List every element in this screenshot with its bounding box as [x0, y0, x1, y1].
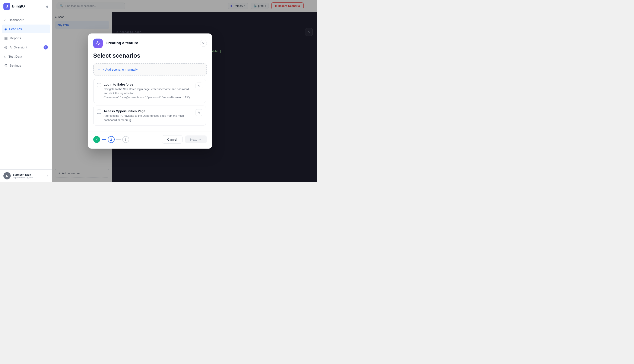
plus-icon: + — [98, 67, 100, 72]
sidebar-item-settings[interactable]: ⚙ Settings — [2, 61, 50, 70]
sidebar-item-label: Dashboard — [9, 18, 24, 22]
ai-oversight-badge: 1 — [44, 45, 48, 50]
modal-title: Creating a feature — [106, 41, 138, 46]
next-label: Next — [190, 138, 197, 141]
modal-footer: ✓ 2 3 Cancel Next → — [88, 132, 212, 149]
step-3: 3 — [122, 136, 129, 143]
next-button[interactable]: Next → — [185, 136, 207, 144]
features-icon: ◈ — [4, 27, 7, 31]
cancel-button[interactable]: Cancel — [162, 135, 183, 144]
modal-icon — [93, 38, 103, 48]
avatar: S — [4, 172, 11, 180]
scenario-content-opportunities: Access Opportunities Page After logging … — [104, 109, 193, 122]
user-info: Sapnesh Naik sapnesh.naik@blin... — [13, 173, 43, 179]
logout-button[interactable]: → — [45, 174, 49, 178]
scenario-content-login: Login to Salesforce Navigate to the Sale… — [104, 82, 193, 100]
scenario-name-login: Login to Salesforce — [104, 82, 193, 86]
scenario-name-opportunities: Access Opportunities Page — [104, 109, 193, 113]
sidebar-footer: S Sapnesh Naik sapnesh.naik@blin... → — [0, 170, 52, 182]
user-email: sapnesh.naik@blin... — [13, 176, 43, 179]
ai-oversight-icon: ◎ — [4, 45, 8, 50]
modal-body: Select scenarios + + Add scenario manual… — [88, 48, 212, 130]
logo-icon: B — [4, 3, 10, 10]
sidebar-header: B BlinqIO ◀ — [0, 0, 52, 13]
sidebar-logo: B BlinqIO — [4, 3, 25, 10]
step-1: ✓ — [93, 136, 100, 143]
step-connector-2 — [116, 139, 121, 140]
modal-actions: Cancel Next → — [162, 135, 207, 144]
sidebar: B BlinqIO ◀ ⌂ Dashboard ◈ Features ▤ Rep… — [0, 0, 52, 182]
reports-icon: ▤ — [4, 36, 8, 40]
scenario-desc-opportunities: After logging in, navigate to the Opport… — [104, 114, 193, 122]
sidebar-item-ai-oversight[interactable]: ◎ AI Oversight 1 — [2, 43, 50, 52]
sidebar-nav: ⌂ Dashboard ◈ Features ▤ Reports ◎ AI Ov… — [0, 13, 52, 170]
sidebar-item-label: Reports — [10, 36, 21, 40]
sidebar-item-reports[interactable]: ▤ Reports — [2, 34, 50, 42]
step-indicators: ✓ 2 3 — [93, 136, 129, 143]
test-data-icon: ⌕ — [4, 54, 7, 58]
add-scenario-manually-button[interactable]: + + Add scenario manually — [93, 63, 207, 75]
sidebar-item-label: Settings — [10, 64, 21, 67]
sidebar-item-dashboard[interactable]: ⌂ Dashboard — [2, 16, 50, 24]
step-connector-1 — [102, 139, 106, 140]
settings-icon: ⚙ — [4, 63, 8, 68]
modal-heading: Select scenarios — [93, 52, 207, 59]
scenario-card-login: Login to Salesforce Navigate to the Sale… — [93, 79, 206, 103]
scenario-edit-button-opportunities[interactable]: ✎ — [196, 109, 202, 116]
scenario-desc-login: Navigate to the Salesforce login page, e… — [104, 87, 193, 100]
next-arrow-icon: → — [199, 138, 202, 141]
user-name: Sapnesh Naik — [13, 173, 43, 176]
dashboard-icon: ⌂ — [4, 18, 7, 22]
scenario-checkbox-opportunities[interactable] — [97, 110, 101, 114]
sidebar-item-label: Test Data — [9, 54, 22, 58]
app-name: BlinqIO — [12, 4, 25, 8]
modal-header: Creating a feature ✕ — [88, 33, 212, 48]
sidebar-item-test-data[interactable]: ⌕ Test Data — [2, 52, 50, 60]
scenario-edit-button-login[interactable]: ✎ — [196, 82, 202, 89]
add-scenario-label: + Add scenario manually — [103, 68, 138, 71]
step-2: 2 — [108, 136, 115, 143]
sidebar-item-features[interactable]: ◈ Features — [2, 24, 50, 33]
scenario-list: Login to Salesforce Navigate to the Sale… — [93, 79, 207, 126]
collapse-button[interactable]: ◀ — [45, 4, 49, 10]
modal-close-button[interactable]: ✕ — [200, 40, 207, 46]
sidebar-item-label: AI Oversight — [10, 46, 27, 49]
scenario-checkbox-login[interactable] — [97, 83, 101, 87]
scenario-card-opportunities: Access Opportunities Page After logging … — [93, 106, 206, 126]
modal: Creating a feature ✕ Select scenarios + … — [88, 33, 212, 149]
sidebar-item-label: Features — [9, 27, 22, 31]
